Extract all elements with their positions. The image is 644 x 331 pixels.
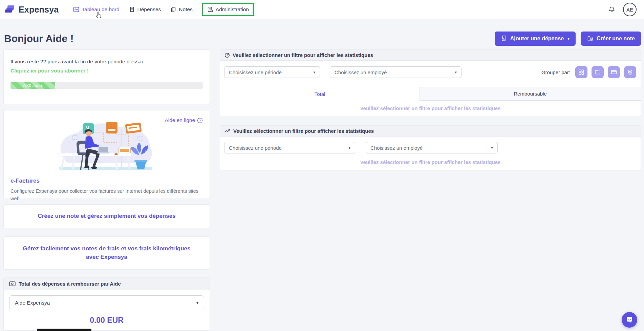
trending-up-icon	[224, 129, 231, 133]
create-note-label: Créer une note	[597, 36, 635, 42]
svg-text:?: ?	[199, 118, 201, 122]
caret-down-icon: ▾	[455, 70, 457, 75]
promo-text: Gérez facilement vos notes de frais et v…	[20, 245, 193, 261]
folder-icon	[594, 69, 601, 76]
stats-panel-pie: Veuillez sélectionner un filtre pour aff…	[220, 49, 641, 116]
administration-icon	[207, 6, 213, 13]
efactures-illustration	[10, 120, 203, 174]
chat-bubble-icon	[625, 316, 634, 324]
header-actions: Ajouter une dépense ▾ Créer une note	[495, 32, 641, 46]
nav-item-notes[interactable]: Notes	[170, 6, 193, 13]
empty-stats-message: Veuillez sélectionner un filtre pour aff…	[220, 105, 641, 111]
stats-panel-trend-header: Veuillez sélectionner un filtre pour aff…	[220, 126, 641, 137]
efactures-card: Aide en ligne ?	[3, 110, 210, 198]
total-expenses-card: Total des dépenses à rembourser par Aide…	[3, 277, 210, 331]
main-nav: Tableau de bord Dépenses Notes	[73, 3, 254, 16]
employee-dropdown[interactable]: Choisissez un employé ▾	[330, 66, 461, 78]
caret-down-icon: ▾	[313, 70, 315, 75]
page: Expensya Tableau de bord Dépenses	[0, 0, 644, 331]
brand-divider	[65, 5, 65, 14]
user-avatar[interactable]: AE	[623, 3, 637, 16]
total-card-header: Total des dépenses à rembourser par Aide	[4, 277, 210, 290]
efactures-title[interactable]: e-Factures	[10, 178, 203, 184]
add-expense-button[interactable]: Ajouter une dépense ▾	[495, 32, 576, 46]
group-by-location-button[interactable]	[624, 66, 636, 78]
trial-period-card: Il vous reste 22 jours avant la fin de v…	[3, 49, 210, 104]
page-title: Bonjour Aide !	[4, 33, 74, 44]
trial-message: Il vous reste 22 jours avant la fin de v…	[10, 59, 203, 65]
nav-item-administration[interactable]: Administration	[207, 6, 249, 13]
subscribe-link[interactable]: Cliquez ici pour vous abonner !	[10, 68, 203, 74]
pie-chart-icon	[224, 53, 230, 58]
location-pin-icon	[627, 69, 634, 76]
online-help-label: Aide en ligne	[165, 117, 195, 123]
trial-progress-fill: 7/30 Jours	[10, 82, 55, 89]
caret-down-icon: ▾	[348, 146, 350, 150]
folder-plus-icon	[587, 35, 594, 42]
banknote-icon	[9, 281, 16, 286]
receipt-plus-icon	[501, 35, 507, 42]
receipt-icon	[129, 6, 135, 13]
create-note-button[interactable]: Créer une note	[581, 32, 641, 46]
brand-name: Expensya	[19, 5, 59, 15]
promo-text: Créez une note et gérez simplement vos d…	[38, 212, 175, 221]
administration-highlight-box: Administration	[202, 3, 254, 16]
grid-icon	[578, 69, 585, 76]
stats-panel-trend: Veuillez sélectionner un filtre pour aff…	[220, 125, 641, 170]
employee-dropdown[interactable]: Choisissez un employé ▾	[366, 142, 498, 153]
top-navbar: Expensya Tableau de bord Dépenses	[0, 0, 644, 19]
nav-item-tableau-de-bord[interactable]: Tableau de bord	[73, 6, 119, 13]
stats-panel-trend-title: Veuillez sélectionner un filtre pour aff…	[233, 128, 374, 134]
trial-progress-bar: 7/30 Jours	[10, 82, 203, 89]
stats-panel-pie-title: Veuillez sélectionner un filtre pour aff…	[233, 52, 373, 58]
caret-down-icon: ▾	[491, 146, 493, 150]
employee-dropdown-placeholder: Choisissez un employé	[370, 145, 423, 151]
stats-panel-pie-header: Veuillez sélectionner un filtre pour aff…	[220, 50, 641, 61]
stats-tabs: Total Remboursable	[220, 87, 641, 101]
expensya-logo-icon	[5, 4, 16, 15]
notifications-bell-icon[interactable]	[608, 5, 616, 14]
dashboard-icon	[73, 6, 79, 13]
add-expense-label: Ajouter une dépense	[510, 36, 564, 42]
credit-card-icon	[610, 69, 617, 76]
nav-label: Notes	[179, 6, 193, 13]
expensya-logo[interactable]: Expensya	[5, 4, 59, 15]
filters-row: Choisissez une période ▾ Choisissez un e…	[224, 66, 636, 78]
total-card-title: Total des dépenses à rembourser par Aide	[19, 281, 121, 287]
promo-card-manage-expenses[interactable]: Gérez facilement vos notes de frais et v…	[3, 236, 210, 270]
left-column: Il vous reste 22 jours avant la fin de v…	[3, 49, 210, 331]
page-header: Bonjour Aide ! Ajouter une dépense ▾ Cré…	[0, 19, 644, 49]
notes-icon	[170, 6, 176, 13]
filters-row: Choisissez une période ▾ Choisissez un e…	[224, 142, 636, 153]
employee-select[interactable]: Aide Expensya ▾	[9, 295, 204, 310]
main-content: Il vous reste 22 jours avant la fin de v…	[0, 49, 644, 331]
tab-remboursable[interactable]: Remboursable	[420, 87, 641, 101]
trial-progress-label: 7/30 Jours	[23, 83, 43, 88]
group-by-controls: Grouper par:	[541, 66, 636, 78]
tab-total[interactable]: Total	[220, 87, 420, 101]
group-by-folder-button[interactable]	[592, 66, 604, 78]
navbar-right: AE	[608, 3, 637, 16]
horizontal-scrollbar-thumb[interactable]	[37, 329, 91, 331]
empty-stats-message: Veuillez sélectionner un filtre pour aff…	[220, 159, 641, 165]
group-by-card-button[interactable]	[608, 66, 620, 78]
nav-label: Tableau de bord	[82, 6, 119, 13]
group-by-label: Grouper par:	[541, 69, 570, 75]
caret-down-icon: ▾	[567, 36, 570, 41]
total-amount: 0.00 EUR	[9, 316, 204, 325]
caret-down-icon: ▾	[196, 301, 198, 305]
employee-select-value: Aide Expensya	[15, 300, 50, 306]
period-dropdown[interactable]: Choisissez une période ▾	[224, 66, 320, 78]
right-column: Veuillez sélectionner un filtre pour aff…	[220, 49, 641, 170]
group-by-category-button[interactable]	[575, 66, 587, 78]
nav-item-depenses[interactable]: Dépenses	[129, 6, 161, 13]
period-dropdown[interactable]: Choisissez une période ▾	[224, 142, 355, 153]
period-dropdown-placeholder: Choisissez une période	[229, 69, 282, 75]
total-card-body: Aide Expensya ▾ 0.00 EUR	[4, 290, 210, 330]
nav-label: Dépenses	[137, 6, 161, 13]
promo-card-create-note[interactable]: Créez une note et gérez simplement vos d…	[3, 204, 210, 228]
chat-fab-button[interactable]	[622, 312, 637, 328]
period-dropdown-placeholder: Choisissez une période	[229, 145, 282, 151]
online-help-link[interactable]: Aide en ligne ?	[165, 117, 203, 123]
question-circle-icon: ?	[197, 118, 203, 123]
